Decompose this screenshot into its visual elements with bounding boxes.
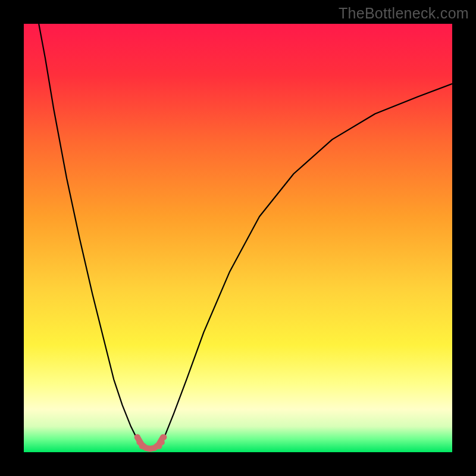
valley-marker-2 — [139, 443, 145, 449]
chart-svg — [24, 24, 452, 452]
watermark-text: TheBottleneck.com — [339, 5, 469, 22]
valley-marker-5 — [161, 434, 167, 440]
background-gradient — [24, 24, 452, 452]
valley-marker-4 — [159, 439, 165, 445]
valley-marker-0 — [134, 434, 140, 440]
chart-frame: TheBottleneck.com — [0, 0, 476, 476]
plot-area — [24, 24, 452, 452]
